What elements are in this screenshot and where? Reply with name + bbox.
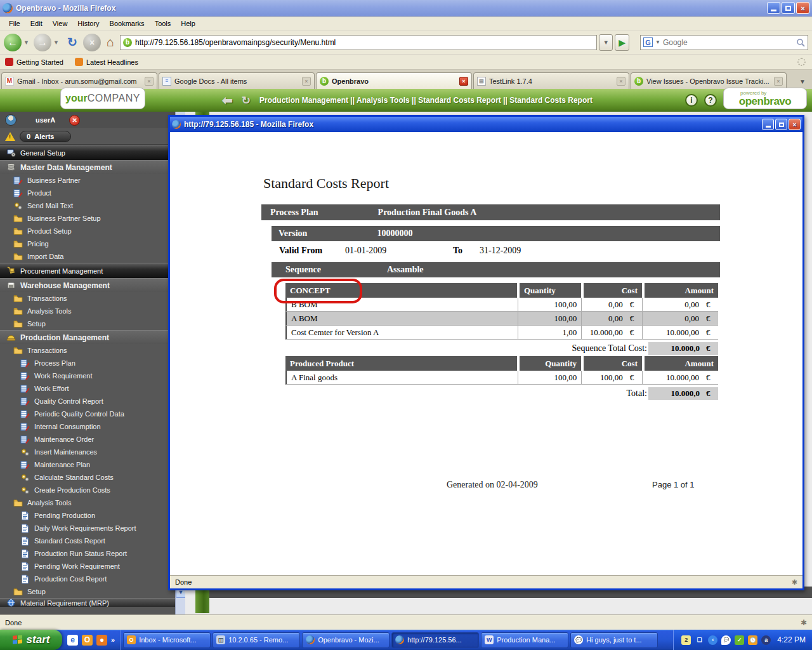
sidebar-item-general-setup[interactable]: General Setup <box>0 145 185 160</box>
magnifier-icon[interactable] <box>796 38 805 47</box>
logout-icon[interactable]: ✕ <box>69 115 80 126</box>
sidebar-item-insert-maintenances[interactable]: Insert Maintenances <box>0 446 185 458</box>
sidebar-item-business-partner-setup[interactable]: Business Partner Setup <box>0 212 185 225</box>
tab-5[interactable]: bView Issues - Openbravo Issue Tracki...… <box>631 72 787 89</box>
popup-maximize-button[interactable] <box>775 119 787 130</box>
start-button[interactable]: start <box>0 630 62 650</box>
sidebar-item-quality-control-report[interactable]: Quality Control Report <box>0 395 185 408</box>
sidebar-item-product-setup[interactable]: Product Setup <box>0 225 185 237</box>
alerts-row[interactable]: 0 Alerts <box>0 128 185 145</box>
sidebar-item-send-mail-text[interactable]: Send Mail Text <box>0 199 185 212</box>
outlook-icon[interactable]: O <box>82 635 93 646</box>
folder-icon <box>13 294 23 303</box>
tab-close-icon[interactable]: × <box>145 77 154 86</box>
sidebar-item-production-run-status-report[interactable]: Production Run Status Report <box>0 547 185 560</box>
popup-minimize-button[interactable] <box>762 119 774 130</box>
sidebar-item-internal-consumption[interactable]: Internal Consumption <box>0 420 185 433</box>
quick-launch-overflow-chevron[interactable]: » <box>111 636 115 644</box>
sidebar-item-business-partner[interactable]: Business Partner <box>0 174 185 187</box>
layout-arrow-icon[interactable]: ❏ <box>695 635 704 645</box>
go-button[interactable]: ▶ <box>615 34 629 51</box>
sidebar-item-standard-costs-report[interactable]: Standard Costs Report <box>0 534 185 547</box>
close-button[interactable]: × <box>796 2 809 14</box>
sidebar-item-analysis-tools[interactable]: Analysis Tools <box>0 305 185 317</box>
tab-close-icon[interactable]: × <box>302 77 311 86</box>
taskbar-button[interactable]: 💬Hi guys, just to t... <box>570 632 658 648</box>
tab-close-icon[interactable]: × <box>459 77 468 86</box>
menu-edit[interactable]: Edit <box>25 18 48 29</box>
help-button[interactable]: ? <box>704 94 717 107</box>
sidebar-item-pending-work-requirement[interactable]: Pending Work Requirement <box>0 560 185 573</box>
sidebar-item-analysis-tools[interactable]: Analysis Tools <box>0 496 185 509</box>
taskbar-button[interactable]: WProduction Mana... <box>481 632 568 648</box>
sidebar-item-transactions[interactable]: Transactions <box>0 292 185 305</box>
sidebar-item-pricing[interactable]: Pricing <box>0 237 185 250</box>
restore-button[interactable] <box>782 2 795 14</box>
url-dropdown-button[interactable]: ▼ <box>599 34 613 51</box>
menu-tools[interactable]: Tools <box>150 18 176 29</box>
messenger-bubble-icon[interactable]: 💬 <box>721 635 731 645</box>
popup-titlebar: http://79.125.56.185 - Mozilla Firefox × <box>170 117 802 132</box>
sidebar-item-material-requirement-mrp-[interactable]: Material Requirement (MRP) <box>0 598 185 607</box>
tab-4[interactable]: ▤TestLink 1.7.4× <box>473 72 629 89</box>
forward-dropdown-icon[interactable]: ▼ <box>53 39 60 46</box>
reload-button[interactable]: ↻ <box>63 34 81 51</box>
sidebar-item-daily-work-requirements-report[interactable]: Daily Work Requirements Report <box>0 522 185 534</box>
sidebar-item-create-production-costs[interactable]: Create Production Costs <box>0 484 185 496</box>
menu-view[interactable]: View <box>48 18 73 29</box>
sidebar-item-import-data[interactable]: Import Data <box>0 250 185 263</box>
sidebar-item-periodic-quality-control-data[interactable]: Periodic Quality Control Data <box>0 408 185 420</box>
search-engine-dropdown-icon[interactable]: ▼ <box>655 39 660 45</box>
popup-close-button[interactable]: × <box>789 119 801 130</box>
tab-3[interactable]: bOpenbravo× <box>316 72 472 89</box>
tab-2[interactable]: ≡Google Docs - All items× <box>159 72 315 89</box>
sidebar-item-warehouse-management[interactable]: Warehouse Management <box>0 278 185 292</box>
sidebar-item-process-plan[interactable]: Process Plan <box>0 357 185 369</box>
app-back-icon[interactable]: ⬅ <box>222 93 233 108</box>
sidebar-item-production-cost-report[interactable]: Production Cost Report <box>0 573 185 585</box>
sidebar-item-setup[interactable]: Setup <box>0 585 185 598</box>
search-input[interactable] <box>663 38 794 47</box>
sidebar-item-transactions[interactable]: Transactions <box>0 344 185 357</box>
app-refresh-icon[interactable]: ↻ <box>242 94 251 107</box>
sidebar-item-product[interactable]: Product <box>0 187 185 199</box>
home-button[interactable]: ⌂ <box>107 35 114 50</box>
menu-help[interactable]: Help <box>176 18 200 29</box>
tab-1[interactable]: MGmail - Inbox - arun.somu@gmail.com× <box>1 72 157 89</box>
sidebar-item-pending-production[interactable]: Pending Production <box>0 509 185 522</box>
sidebar-item-maintenance-order[interactable]: Maintenance Order <box>0 433 185 446</box>
green-check-icon[interactable]: ✓ <box>735 635 744 645</box>
bookmark-item[interactable]: Latest Headlines <box>75 58 138 66</box>
a-ball-icon[interactable]: a <box>761 635 771 645</box>
sidebar-item-master-data-management[interactable]: Master Data Management <box>0 160 185 174</box>
ie-icon[interactable]: e <box>67 635 78 646</box>
firefox-icon[interactable]: ● <box>96 635 107 646</box>
sidebar-item-procurement-management[interactable]: Procurement Management <box>0 263 185 278</box>
menu-history[interactable]: History <box>72 18 104 29</box>
stop-button[interactable]: × <box>83 34 101 51</box>
minimize-button[interactable] <box>767 2 780 14</box>
taskbar-button[interactable]: ◫10.2.0.65 - Remo... <box>213 632 300 648</box>
sidebar-item-calculate-standard-costs[interactable]: Calculate Standard Costs <box>0 471 185 484</box>
taskbar-button[interactable]: http://79.125.56... <box>391 632 479 648</box>
taskbar-button[interactable]: OInbox - Microsoft... <box>123 632 211 648</box>
sidebar-item-work-requirement[interactable]: Work Requirement <box>0 369 185 382</box>
url-input[interactable] <box>135 38 594 47</box>
menu-file[interactable]: File <box>4 18 25 29</box>
menu-bookmarks[interactable]: Bookmarks <box>105 18 150 29</box>
back-dropdown-icon[interactable]: ▼ <box>23 39 30 46</box>
info-button[interactable]: i <box>685 94 698 107</box>
hide-chevron-icon[interactable]: ‹ <box>708 635 717 645</box>
taskbar-button[interactable]: Openbravo - Mozi... <box>302 632 390 648</box>
clock-icon[interactable]: 🕒 <box>748 635 757 645</box>
tab-close-icon[interactable]: × <box>617 77 625 86</box>
sidebar-item-production-management[interactable]: Production Management <box>0 330 185 344</box>
tab-close-icon[interactable]: × <box>774 77 783 86</box>
forward-button[interactable]: → <box>34 34 51 51</box>
sidebar-item-setup[interactable]: Setup <box>0 317 185 330</box>
sidebar-item-work-effort[interactable]: Work Effort <box>0 382 185 395</box>
back-button[interactable]: ← <box>4 34 22 51</box>
sidebar-item-maintenance-plan[interactable]: Maintenance Plan <box>0 458 185 471</box>
bookmark-item[interactable]: Getting Started <box>5 58 63 66</box>
notes-2-icon[interactable]: 2 <box>681 635 691 645</box>
